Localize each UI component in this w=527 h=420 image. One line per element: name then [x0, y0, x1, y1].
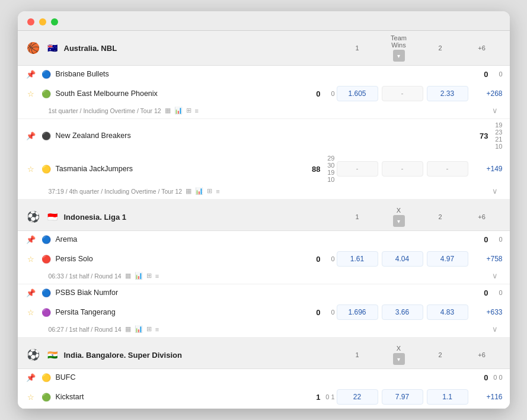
team1-row: 📌 🔵 Brisbane Bullets 0 0 [18, 66, 510, 82]
collapse-button[interactable]: ▾ [393, 215, 405, 227]
team2-extra: 0 1 [323, 393, 335, 400]
team2-row: ☆ 🟡 Tasmania JackJumpers 88 29 30 19 10 … [18, 152, 510, 185]
bet-1[interactable]: - [337, 161, 378, 177]
team1-extra: 0 [491, 289, 503, 296]
bet-1[interactable]: 1.61 [337, 251, 378, 267]
expand-chevron[interactable]: ∨ [492, 325, 498, 334]
expand-chevron[interactable]: ∨ [492, 271, 498, 280]
minimize-button[interactable] [39, 18, 46, 25]
expand-chevron[interactable]: ∨ [492, 187, 498, 195]
collapse-button[interactable]: ▾ [393, 50, 405, 62]
match-meta: 06:33 / 1st half / Round 14 ▦ 📊 ⊞ ≡ ∨ [18, 270, 510, 284]
pin-icon[interactable]: 📌 [25, 371, 37, 383]
close-button[interactable] [27, 18, 34, 25]
match-block: 📌 🔵 PSBS Biak Numfor 0 0 ☆ 🟣 Persita Tan… [18, 284, 510, 338]
team2-row: ☆ 🟢 South East Melbourne Phoenix 0 0 1.6… [18, 82, 510, 105]
chart-icon[interactable]: 📊 [135, 325, 143, 333]
meta-text: 06:33 / 1st half / Round 14 [49, 272, 122, 280]
table-icon[interactable]: ⊞ [186, 107, 191, 114]
league-row-superDiv[interactable]: ⚽ 🇮🇳 India. Bangalore. Super Division 1 … [18, 341, 510, 369]
team1-logo: 🟡 [40, 371, 52, 383]
table-icon[interactable]: ⊞ [146, 325, 152, 333]
star-icon[interactable]: ☆ [25, 88, 37, 100]
team1-name: Arema [56, 235, 474, 243]
table-icon[interactable]: ⊞ [146, 272, 152, 280]
team2-row: ☆ 🟣 Persita Tangerang 0 0 1.696 3.66 4.8… [18, 301, 510, 323]
stats-icon[interactable]: ▦ [125, 325, 131, 333]
team2-name: South East Melbourne Phoenix [56, 89, 306, 98]
sport-icon: 🏀 [25, 40, 41, 56]
team2-extra: 0 [323, 309, 335, 316]
league-row-liga1[interactable]: ⚽ 🇮🇩 Indonesia. Liga 1 1 X ▾ 2 +6 [18, 203, 510, 231]
bet-x[interactable]: - [382, 161, 423, 177]
stats-icon[interactable]: ▦ [165, 107, 171, 114]
bet-1[interactable]: 1.605 [337, 86, 378, 101]
team1-extra: 0 0 [491, 374, 503, 381]
table-icon[interactable]: ⊞ [207, 187, 212, 195]
col-more-header: +6 [461, 213, 503, 220]
league-name: Australia. NBL [64, 44, 337, 53]
match-meta: 37:19 / 4th quarter / Including Overtime… [18, 185, 510, 199]
pin-icon[interactable]: 📌 [25, 233, 37, 245]
maximize-button[interactable] [51, 18, 58, 25]
more-bets[interactable]: +758 [470, 255, 503, 263]
bet-1[interactable]: 22 [337, 389, 378, 405]
team2-name: Kickstart [56, 393, 306, 401]
stats-icon[interactable]: ▦ [125, 272, 131, 280]
league-row-nbl[interactable]: 🏀 🇦🇺 Australia. NBL 1 Team Wins ▾ 2 +6 [18, 31, 510, 66]
bet-2[interactable]: 2.33 [427, 86, 468, 101]
bet-x[interactable]: 4.04 [382, 251, 423, 267]
team1-score: 0 [474, 288, 488, 297]
team1-score: 0 [474, 70, 488, 79]
bet-x[interactable]: 3.66 [382, 304, 423, 320]
more-bets[interactable]: +633 [470, 308, 503, 316]
team2-extra: 0 [323, 90, 335, 97]
bet-x[interactable]: - [382, 86, 423, 101]
list-icon[interactable]: ≡ [216, 188, 219, 195]
team2-row: ☆ 🟢 Kickstart 1 0 1 22 7.97 1.1 +116 [18, 386, 510, 408]
bet-x[interactable]: 7.97 [382, 389, 423, 405]
pin-icon[interactable]: 📌 [25, 287, 37, 299]
match-meta: 1st quarter / Including Overtime / Tour … [18, 105, 510, 118]
team1-row: 📌 🔵 Arema 0 0 [18, 231, 510, 248]
bet-1[interactable]: 1.696 [337, 304, 378, 320]
league-flag: 🇮🇳 [46, 348, 59, 361]
list-icon[interactable]: ≡ [155, 326, 159, 333]
meta-text: 1st quarter / Including Overtime / Tour … [49, 107, 161, 114]
more-bets[interactable]: +268 [470, 89, 503, 98]
list-icon[interactable]: ≡ [155, 272, 159, 280]
bet-2[interactable]: 1.1 [427, 389, 468, 405]
more-bets[interactable]: +149 [470, 165, 503, 173]
chart-icon[interactable]: 📊 [174, 107, 183, 114]
col-2-header: 2 [420, 351, 461, 358]
team1-extra: 0 [491, 70, 503, 78]
team1-name: Brisbane Bullets [56, 70, 474, 78]
chart-icon[interactable]: 📊 [135, 272, 143, 280]
team2-logo: 🟣 [40, 306, 52, 318]
star-icon[interactable]: ☆ [25, 163, 37, 175]
team2-logo: 🟢 [40, 88, 52, 100]
league-flag: 🇦🇺 [46, 41, 59, 54]
chart-icon[interactable]: 📊 [195, 187, 203, 195]
bet-2[interactable]: 4.83 [427, 304, 468, 320]
col-x-header: X ▾ [378, 345, 420, 365]
collapse-button[interactable]: ▾ [393, 353, 405, 365]
col-1-header: 1 [337, 44, 378, 52]
list-icon[interactable]: ≡ [195, 107, 199, 114]
team2-extra: 0 [323, 255, 335, 262]
team2-logo: 🔴 [40, 253, 52, 265]
pin-icon[interactable]: 📌 [25, 130, 37, 142]
star-icon[interactable]: ☆ [25, 391, 37, 403]
col-more-header: +6 [461, 44, 503, 52]
col-1-header: 1 [337, 351, 378, 358]
star-icon[interactable]: ☆ [25, 253, 37, 265]
expand-chevron[interactable]: ∨ [492, 106, 498, 115]
team1-logo: 🔵 [40, 233, 52, 245]
star-icon[interactable]: ☆ [25, 306, 37, 318]
bet-2[interactable]: 4.97 [427, 251, 468, 267]
more-bets[interactable]: +116 [470, 393, 503, 401]
bet-2[interactable]: - [427, 161, 468, 177]
stats-icon[interactable]: ▦ [186, 187, 191, 195]
team1-logo: ⚫ [40, 130, 52, 142]
pin-icon[interactable]: 📌 [25, 68, 37, 80]
